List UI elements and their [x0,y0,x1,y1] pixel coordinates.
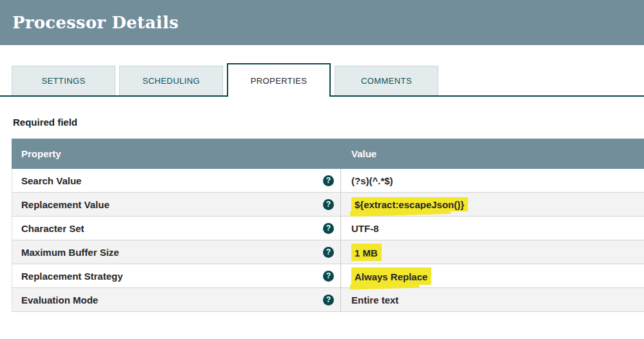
tab-scheduling[interactable]: SCHEDULING [119,66,223,95]
property-name: Replacement Strategy [21,271,323,282]
tab-properties[interactable]: PROPERTIES [227,63,331,97]
property-value: UTF-8 [351,223,379,234]
tab-bar: SETTINGS SCHEDULING PROPERTIES COMMENTS [0,64,644,97]
help-icon[interactable]: ? [323,247,334,258]
property-name: Evaluation Mode [21,295,323,305]
help-icon[interactable]: ? [323,223,334,234]
table-header-row: Property Value [12,139,644,169]
tab-comments[interactable]: COMMENTS [335,66,438,95]
tab-properties-label: PROPERTIES [251,76,307,86]
highlight-annotation: ${extract:escapeJson()} [351,197,468,211]
tab-settings-label: SETTINGS [41,76,85,86]
value-cell: ${extract:escapeJson()} [340,193,644,216]
tab-comments-label: COMMENTS [361,76,412,86]
tab-settings[interactable]: SETTINGS [12,66,115,95]
property-name: Replacement Value [21,199,323,210]
value-cell: 1 MB [340,240,644,264]
dialog-header: Processor Details [0,0,644,45]
highlight-annotation: Always Replace [351,267,431,285]
property-cell: Replacement Value ? [12,193,340,216]
property-name: Character Set [21,223,323,234]
help-icon[interactable]: ? [323,295,334,305]
column-header-value: Value [340,148,644,159]
value-cell: UTF-8 [340,217,644,240]
property-value: ${extract:escapeJson()} [355,199,464,210]
property-value: 1 MB [355,247,378,258]
property-name: Maximum Buffer Size [21,247,323,258]
property-value: (?s)(^.*$) [351,175,393,186]
table-row: Maximum Buffer Size ? 1 MB [12,240,644,264]
properties-table: Property Value Search Value ? (?s)(^.*$)… [12,139,644,312]
property-cell: Character Set ? [12,217,340,240]
table-row: Replacement Strategy ? Always Replace [12,264,644,288]
value-cell: (?s)(^.*$) [340,169,644,192]
property-cell: Evaluation Mode ? [12,288,340,311]
property-value: Always Replace [355,271,427,282]
highlight-annotation: 1 MB [351,244,382,261]
page-title: Processor Details [12,13,179,32]
help-icon[interactable]: ? [323,271,334,282]
property-cell: Replacement Strategy ? [12,264,340,287]
tab-scheduling-label: SCHEDULING [142,76,200,86]
help-icon[interactable]: ? [323,175,334,186]
table-row: Evaluation Mode ? Entire text [12,288,644,312]
value-cell: Always Replace [340,264,644,287]
table-row: Search Value ? (?s)(^.*$) [12,169,644,193]
property-value: Entire text [351,295,398,305]
property-cell: Search Value ? [12,169,340,192]
column-header-property: Property [12,148,340,159]
table-row: Character Set ? UTF-8 [12,217,644,240]
required-field-note: Required field [13,117,644,128]
property-cell: Maximum Buffer Size ? [12,240,340,264]
property-name: Search Value [21,175,323,186]
help-icon[interactable]: ? [323,199,334,210]
value-cell: Entire text [340,288,644,311]
table-row: Replacement Value ? ${extract:escapeJson… [12,193,644,217]
